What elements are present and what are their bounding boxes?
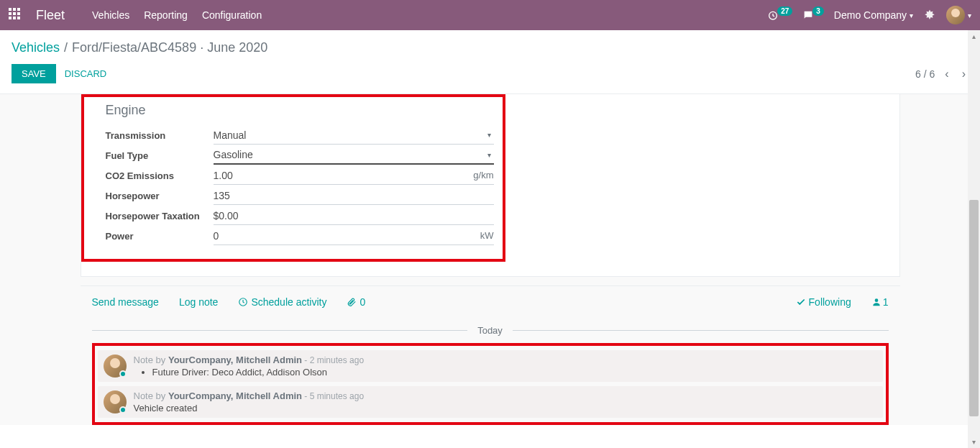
send-message-button[interactable]: Send message	[92, 296, 159, 308]
form-sheet: Engine Transmission Manual ▾ Fuel Type G…	[81, 94, 900, 277]
clock-icon	[238, 297, 248, 307]
engine-title: Engine	[106, 103, 494, 118]
transmission-select[interactable]: Manual	[214, 127, 494, 144]
chatter-topbar: Send message Log note Schedule activity …	[81, 286, 900, 318]
chat-icon[interactable]: 3	[802, 9, 824, 21]
avatar	[946, 6, 965, 24]
power-unit: kW	[480, 230, 494, 241]
breadcrumb-root[interactable]: Vehicles	[12, 40, 60, 55]
discard-button[interactable]: DISCARD	[65, 68, 107, 79]
label-fueltype: Fuel Type	[106, 150, 214, 161]
presence-dot-icon	[119, 370, 127, 378]
divider-line	[92, 330, 468, 331]
label-hptax: Horsepower Taxation	[106, 211, 214, 221]
note-avatar-wrap	[104, 390, 127, 413]
power-input[interactable]	[214, 227, 477, 244]
label-power: Power	[106, 231, 214, 242]
row-co2: CO2 Emissions g/km	[106, 165, 494, 186]
scrollbar-thumb[interactable]	[969, 200, 979, 416]
apps-icon[interactable]	[9, 8, 23, 22]
note-content: Future Driver: Deco Addict, Addison Olso…	[134, 367, 877, 378]
note-item: Note by YourCompany, Mitchell Admin - 2 …	[98, 350, 883, 382]
scroll-up-icon[interactable]: ▴	[968, 30, 980, 42]
note-body: Note by YourCompany, Mitchell Admin - 5 …	[134, 390, 877, 413]
note-author[interactable]: YourCompany, Mitchell Admin	[168, 355, 302, 365]
save-button[interactable]: SAVE	[12, 64, 56, 83]
pager-prev-icon[interactable]: ‹	[942, 66, 951, 82]
breadcrumb-sep: /	[64, 40, 68, 55]
hptax-input-wrap[interactable]	[214, 207, 494, 225]
attachments-button[interactable]: 0	[347, 296, 365, 308]
log-note-button[interactable]: Log note	[179, 296, 219, 308]
row-transmission: Transmission Manual ▾	[106, 125, 494, 145]
scrollbar-track[interactable]	[968, 42, 980, 436]
chevron-down-icon: ▾	[910, 12, 913, 19]
sheet-wrap: Engine Transmission Manual ▾ Fuel Type G…	[0, 94, 980, 425]
co2-input-wrap[interactable]: g/km	[214, 167, 494, 185]
nav-menu-vehicles[interactable]: Vehicles	[92, 9, 129, 21]
note-item: Note by YourCompany, Mitchell Admin - 5 …	[98, 386, 883, 418]
row-power: Power kW	[106, 226, 494, 246]
followers-count: 1	[883, 296, 889, 308]
nav-menu-reporting[interactable]: Reporting	[144, 9, 188, 21]
co2-unit: g/km	[473, 170, 493, 180]
timer-badge: 27	[777, 6, 792, 16]
note-header: Note by YourCompany, Mitchell Admin - 5 …	[134, 390, 877, 401]
row-hptax: Horsepower Taxation	[106, 206, 494, 226]
chatter: Send message Log note Schedule activity …	[81, 285, 900, 425]
co2-input[interactable]	[214, 167, 471, 184]
pager-next-icon[interactable]: ›	[959, 66, 968, 82]
schedule-activity-label: Schedule activity	[251, 296, 326, 308]
engine-section: Engine Transmission Manual ▾ Fuel Type G…	[81, 94, 505, 262]
schedule-activity-button[interactable]: Schedule activity	[238, 296, 326, 308]
note-prefix: Note by	[134, 390, 168, 401]
debug-icon[interactable]	[923, 9, 936, 22]
scrollbar[interactable]: ▴ ▾	[968, 30, 980, 448]
note-author[interactable]: YourCompany, Mitchell Admin	[168, 390, 302, 401]
company-selector[interactable]: Demo Company ▾	[834, 9, 913, 21]
label-transmission: Transmission	[106, 130, 214, 141]
power-input-wrap[interactable]: kW	[214, 227, 494, 245]
chatter-right: Following 1	[796, 296, 889, 308]
fueltype-select-wrap[interactable]: Gasoline ▾	[214, 146, 494, 165]
row-fueltype: Fuel Type Gasoline ▾	[106, 145, 494, 165]
scroll-down-icon[interactable]: ▾	[968, 436, 980, 448]
presence-dot-icon	[119, 406, 127, 413]
nav-menu: Vehicles Reporting Configuration	[92, 9, 262, 21]
action-row: SAVE DISCARD 6 / 6 ‹ ›	[0, 58, 980, 94]
fueltype-select[interactable]: Gasoline	[214, 146, 494, 163]
note-bullet: Future Driver: Deco Addict, Addison Olso…	[152, 367, 877, 378]
following-label: Following	[809, 296, 851, 308]
app-title[interactable]: Fleet	[36, 8, 65, 23]
user-menu[interactable]: ▾	[946, 6, 971, 24]
divider-today: Today	[81, 325, 900, 336]
hptax-input[interactable]	[214, 207, 494, 224]
following-button[interactable]: Following	[796, 296, 851, 308]
breadcrumb: Vehicles / Ford/Fiesta/ABC4589 · June 20…	[0, 30, 980, 58]
paperclip-icon	[347, 297, 357, 307]
note-header: Note by YourCompany, Mitchell Admin - 2 …	[134, 355, 877, 365]
note-time: - 2 minutes ago	[302, 355, 364, 365]
transmission-select-wrap[interactable]: Manual ▾	[214, 127, 494, 145]
pager: 6 / 6 ‹ ›	[915, 66, 968, 82]
note-avatar-wrap	[104, 355, 127, 378]
svg-point-2	[874, 298, 878, 302]
navbar: Fleet Vehicles Reporting Configuration 2…	[0, 0, 980, 30]
note-prefix: Note by	[134, 355, 168, 365]
nav-menu-configuration[interactable]: Configuration	[202, 9, 262, 21]
horsepower-input[interactable]	[214, 187, 494, 204]
chevron-down-icon: ▾	[968, 12, 971, 19]
label-horsepower: Horsepower	[106, 191, 214, 201]
note-body: Note by YourCompany, Mitchell Admin - 2 …	[134, 355, 877, 378]
attachments-count: 0	[360, 296, 365, 308]
timer-icon[interactable]: 27	[767, 9, 792, 21]
note-content: Vehicle created	[134, 403, 877, 413]
notes-box: Note by YourCompany, Mitchell Admin - 2 …	[92, 343, 889, 425]
followers-button[interactable]: 1	[871, 296, 889, 308]
check-icon	[796, 297, 806, 307]
row-horsepower: Horsepower	[106, 186, 494, 206]
horsepower-input-wrap[interactable]	[214, 187, 494, 205]
breadcrumb-current: Ford/Fiesta/ABC4589 · June 2020	[72, 40, 267, 55]
navbar-right: 27 3 Demo Company ▾ ▾	[767, 6, 971, 24]
navbar-left: Fleet Vehicles Reporting Configuration	[9, 8, 262, 23]
